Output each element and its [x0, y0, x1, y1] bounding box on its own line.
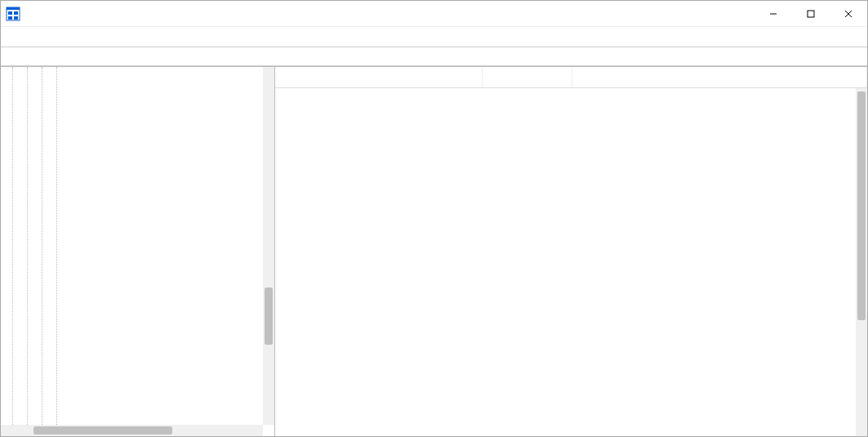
column-header-name[interactable] [275, 67, 483, 87]
column-header-type[interactable] [483, 67, 572, 87]
svg-rect-3 [14, 11, 18, 15]
svg-rect-5 [14, 16, 18, 20]
menu-edit[interactable] [22, 35, 38, 38]
menu-view[interactable] [40, 35, 56, 38]
menu-bar [1, 27, 867, 47]
svg-rect-4 [8, 16, 12, 20]
menu-help[interactable] [76, 35, 92, 38]
address-bar[interactable] [1, 47, 867, 66]
menu-file[interactable] [4, 35, 20, 38]
column-header-data[interactable] [572, 67, 867, 87]
tree-pane [1, 67, 275, 436]
tree-vertical-scrollbar[interactable] [263, 67, 274, 425]
svg-rect-2 [8, 11, 12, 15]
minimize-button[interactable] [754, 1, 792, 27]
list-vertical-scrollbar-thumb[interactable] [857, 91, 866, 320]
svg-rect-1 [7, 7, 20, 10]
close-button[interactable] [830, 1, 867, 27]
main-split [1, 66, 867, 436]
tree-list[interactable] [1, 67, 263, 425]
tree-horizontal-scrollbar[interactable] [1, 425, 263, 436]
list-header [275, 67, 867, 88]
regedit-icon [6, 7, 20, 21]
list-vertical-scrollbar[interactable] [856, 88, 867, 436]
menu-favorites[interactable] [58, 35, 74, 38]
svg-rect-7 [808, 11, 814, 17]
list-pane [275, 67, 867, 436]
maximize-button[interactable] [792, 1, 830, 27]
list-body[interactable] [275, 88, 856, 436]
tree-vertical-scrollbar-thumb[interactable] [265, 288, 273, 345]
title-bar [1, 1, 867, 27]
tree-horizontal-scrollbar-thumb[interactable] [33, 426, 172, 435]
